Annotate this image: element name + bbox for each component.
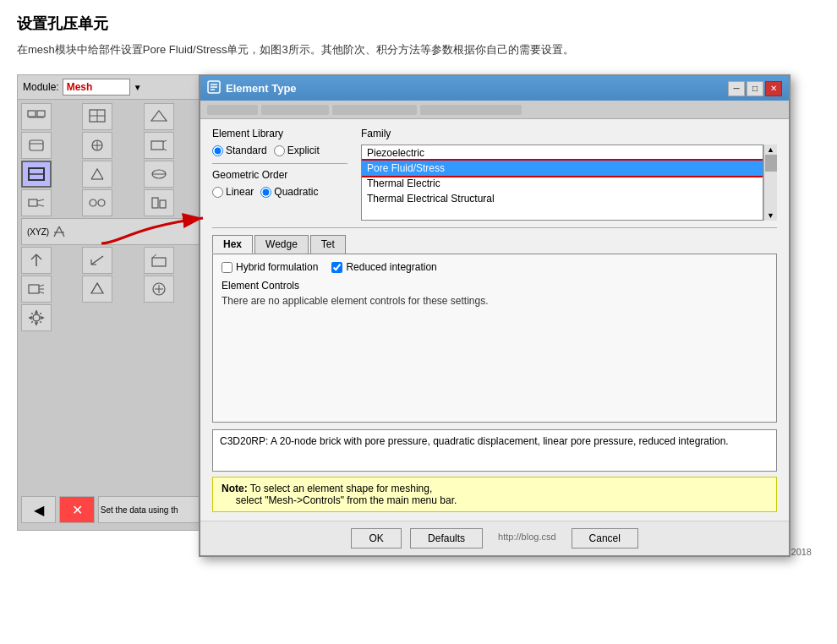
svg-rect-25 [152, 198, 158, 208]
svg-rect-39 [29, 285, 39, 293]
page-description: 在mesh模块中给部件设置Pore Fluid/Stress单元，如图3所示。其… [17, 42, 820, 57]
blurred-2 [261, 105, 329, 115]
svg-line-41 [39, 292, 44, 293]
back-btn[interactable]: ◀ [21, 496, 56, 523]
sidebar-icon-16[interactable] [144, 247, 174, 274]
svg-point-23 [90, 199, 96, 206]
sidebar: Module: Mesh ▼ [17, 74, 207, 531]
dialog-close-btn[interactable]: ✕ [765, 81, 782, 96]
family-item-pore-fluid[interactable]: Pore Fluid/Stress [362, 161, 763, 176]
dialog-minimize-btn[interactable]: ─ [728, 81, 745, 96]
svg-line-13 [163, 140, 167, 142]
element-type-dialog: Element Type ─ □ ✕ [199, 74, 790, 557]
element-controls-title: Element Controls [222, 280, 768, 292]
reduced-checkbox[interactable] [331, 262, 342, 273]
svg-line-37 [152, 254, 156, 258]
svg-line-33 [91, 256, 103, 265]
hybrid-checkbox[interactable] [222, 262, 232, 273]
geometric-order-label: Geometric Order [212, 169, 347, 181]
family-item-thermal-electric[interactable]: Thermal Electric [362, 176, 763, 191]
sidebar-icon-14[interactable] [21, 247, 52, 274]
checkbox-row: Hybrid formulation Reduced integration [222, 261, 768, 273]
explicit-radio[interactable] [274, 145, 285, 156]
linear-radio-label[interactable]: Linear [212, 186, 254, 198]
sidebar-icon-8[interactable] [82, 161, 112, 188]
svg-point-24 [98, 199, 105, 206]
element-library-group: Standard Explicit [212, 145, 347, 156]
standard-radio-label[interactable]: Standard [212, 145, 267, 156]
svg-point-49 [33, 314, 40, 321]
explicit-radio-label[interactable]: Explicit [274, 145, 320, 156]
tab-tet[interactable]: Tet [310, 235, 346, 254]
quadratic-radio[interactable] [260, 187, 271, 198]
svg-rect-26 [160, 200, 166, 208]
sidebar-icon-17[interactable] [21, 276, 52, 303]
svg-marker-43 [91, 283, 103, 293]
family-item-piezoelectric[interactable]: Piezoelectric [362, 145, 763, 161]
family-scrollbar[interactable]: ▲ ▼ [763, 145, 777, 221]
svg-line-27 [54, 226, 59, 237]
linear-radio[interactable] [212, 187, 223, 198]
sidebar-icon-18[interactable] [82, 276, 112, 303]
dialog-extra-bar [200, 101, 789, 119]
sidebar-icon-10[interactable] [21, 189, 52, 216]
svg-rect-36 [152, 258, 166, 266]
dialog-buttons: OK Defaults http://blog.csd Cancel [200, 521, 789, 555]
sidebar-icon-9[interactable] [144, 161, 174, 188]
cancel-button[interactable]: Cancel [572, 528, 638, 548]
note-text: To select an element shape for meshing, … [222, 483, 457, 506]
sidebar-icon-19[interactable] [144, 276, 174, 303]
dialog-icon [207, 80, 221, 96]
sidebar-icon-2[interactable] [82, 103, 112, 130]
module-bar: Module: Mesh ▼ [18, 75, 206, 100]
svg-line-28 [59, 226, 64, 237]
svg-line-31 [31, 254, 36, 259]
hybrid-checkbox-label[interactable]: Hybrid formulation [222, 261, 318, 273]
divider-1 [212, 227, 777, 228]
sidebar-icon-13[interactable]: (XYZ) [21, 218, 203, 245]
ok-button[interactable]: OK [351, 528, 402, 548]
defaults-button[interactable]: Defaults [410, 528, 483, 548]
dialog-maximize-btn[interactable]: □ [747, 81, 763, 96]
family-list[interactable]: Piezoelectric Pore Fluid/Stress Thermal … [361, 145, 763, 221]
tab-content: Hybrid formulation Reduced integration E… [212, 254, 777, 423]
sidebar-icon-3[interactable] [144, 103, 174, 130]
svg-line-32 [36, 254, 41, 259]
sidebar-icon-15[interactable] [82, 247, 112, 274]
element-library-label: Element Library [212, 128, 347, 139]
svg-rect-0 [28, 111, 36, 117]
dropdown-icon[interactable]: ▼ [134, 83, 142, 92]
family-label: Family [361, 128, 777, 139]
scroll-down-btn[interactable]: ▼ [764, 210, 777, 221]
module-label: Module: [23, 81, 59, 93]
sidebar-icon-7[interactable] [21, 161, 52, 188]
sidebar-icon-6[interactable] [144, 132, 174, 159]
xyz-label: (XYZ) [27, 227, 49, 237]
note-label: Note: [222, 483, 248, 494]
sidebar-icon-1[interactable] [21, 103, 52, 130]
sidebar-icon-5[interactable] [82, 132, 112, 159]
standard-radio[interactable] [212, 145, 223, 156]
element-description: C3D20RP: A 20-node brick with pore press… [212, 429, 777, 472]
quadratic-radio-label[interactable]: Quadratic [260, 186, 318, 198]
sidebar-icon-4[interactable] [21, 132, 52, 159]
scroll-up-btn[interactable]: ▲ [764, 145, 777, 155]
tab-hex[interactable]: Hex [212, 235, 253, 254]
sidebar-icons: (XYZ) [18, 100, 206, 335]
sidebar-icon-12[interactable] [144, 189, 174, 216]
scroll-thumb[interactable] [765, 155, 777, 172]
family-item-thermal-electrical-structural[interactable]: Thermal Electrical Structural [362, 191, 763, 206]
gear-icon-btn[interactable] [21, 304, 52, 331]
tabs-row: Hex Wedge Tet [212, 235, 777, 254]
sidebar-status: Set the data using th [98, 496, 203, 523]
svg-line-21 [37, 199, 44, 201]
module-select[interactable]: Mesh [63, 79, 130, 96]
svg-rect-12 [151, 141, 163, 150]
svg-line-22 [37, 205, 44, 206]
close-sidebar-btn[interactable]: ✕ [59, 496, 94, 523]
blurred-1 [207, 105, 258, 115]
blurred-3 [332, 105, 417, 115]
reduced-checkbox-label[interactable]: Reduced integration [331, 261, 436, 273]
tab-wedge[interactable]: Wedge [254, 235, 309, 254]
sidebar-icon-11[interactable] [82, 189, 112, 216]
